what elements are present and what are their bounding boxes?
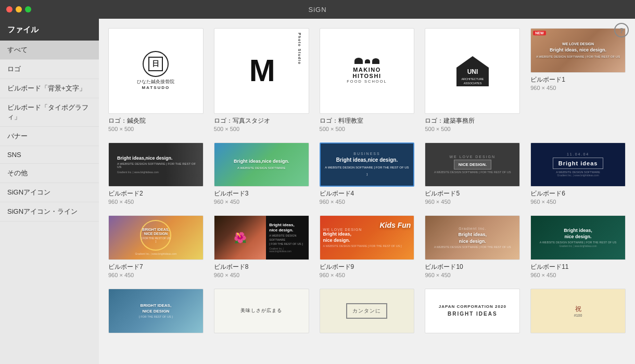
bb10-text: Bright ideas,nice design. [459,231,487,244]
logo1-name: ひなた鍼灸接骨院MATSUDO [137,79,174,91]
bottom5-sub: #100 [574,314,582,317]
window-controls [6,6,31,12]
thumb-bottom3: カンタンに [320,289,415,333]
logo1-kanji: 日 [148,57,163,71]
bb9-text: Bright ideas,nice design. [323,231,352,243]
sidebar-item-other[interactable]: その他 [0,164,99,183]
bb9-label: WE LOVE DESIGN [323,228,362,231]
thumb-bottom5: 祝 #100 [530,289,626,333]
content-area: ? 日 ひなた鍼灸接骨院MATSUDO ロゴ：鍼灸院 500 × 500 [99,19,635,364]
logo1-circle-icon: 日 [143,51,169,77]
bb5-text: NICE DESIGN. [459,162,487,167]
item-label-logo2: ロゴ：写真スタジオ [214,116,309,125]
bb6-text: Bright ideas [558,160,598,166]
template-grid: 日 ひなた鍼灸接骨院MATSUDO ロゴ：鍼灸院 500 × 500 M Pho… [108,28,626,333]
bottom1-text: BRIGHT IDEAS,NICE DESIGN [141,303,172,314]
sidebar-item-logo[interactable]: ロゴ [0,60,99,79]
item-label-bb6: ビルボード6 [530,189,626,198]
item-size-bb7: 960 × 450 [108,272,204,278]
bb6-date: 11.04.04 [567,152,589,156]
grid-item-bottom1[interactable]: BRIGHT IDEAS,NICE DESIGN [ FOR THE REST … [108,289,204,333]
bb8-url: Gradient Inc. | www.brightideas.com [269,248,305,253]
sidebar-item-banner[interactable]: バナー [0,127,99,146]
grid-item-bb2[interactable]: Bright ideas,nice design. A WEBSITE DESI… [108,142,204,205]
bb6-bordered-text: Bright ideas [553,158,604,169]
maximize-button[interactable] [25,6,31,12]
bb7-sub: [ FOR THE REST OF US ] [141,237,170,243]
bb11-url: Gradient Inc. | www.brightideas.com [560,245,597,248]
item-size-bb3: 960 × 450 [214,199,309,205]
sidebar-item-billboard-bg[interactable]: ビルボード「背景+文字」 [0,79,99,98]
bb10-label: Gradient Inc. [459,227,486,230]
grid-item-bottom2[interactable]: 美味しさが広まる [214,289,309,333]
grid-item-logo2[interactable]: M Photo Studio ロゴ：写真スタジオ 500 × 500 [214,28,309,132]
sidebar-item-sign-icon-line[interactable]: SiGNアイコン・ライン [0,202,99,222]
grid-item-bb1[interactable]: NEW WE LOVE DESIGNBright ideas, nice des… [530,28,626,132]
bb9-sub: A WEBSITE DESIGN SOFTWARE [ FOR THE REST… [323,244,402,248]
grid-item-bottom4[interactable]: JAPAN CORPORATION 2020BRIGHT IDEAS [425,289,520,333]
app-title: SiGN [308,6,326,14]
grid-item-bb5[interactable]: WE LOVE DESIGN NICE DESIGN. A WEBSITE DE… [425,142,520,205]
item-size-bb6: 960 × 450 [530,199,626,205]
new-badge: NEW [533,31,545,35]
logo2-letter-m: M [249,55,274,86]
grid-item-bottom5[interactable]: 祝 #100 [530,289,626,333]
grid-item-bottom3[interactable]: カンタンに [320,289,415,333]
item-size-bb2: 960 × 450 [108,199,204,205]
grid-item-bb8[interactable]: 🌺 Bright ideas,nice design. A WEBSITE DE… [214,215,309,278]
help-button[interactable]: ? [614,23,629,37]
bird3 [372,58,379,64]
thumb-logo2: M Photo Studio [214,28,309,114]
svg-text:ARCHITECTURE: ARCHITECTURE [461,77,484,81]
bb5-label: WE LOVE DESIGN [449,155,496,159]
grid-item-bb3[interactable]: Bright ideas,nice design.A WEBSITE DESIG… [214,142,309,205]
item-size-bb1: 960 × 450 [530,85,626,91]
thumb-bb9: WE LOVE DESIGN Bright ideas,nice design.… [320,215,415,260]
grid-item-bb4[interactable]: BUSINESS Bright ideas,nice design.A WEBS… [320,142,415,205]
thumb-bb7: BRIGHT IDEAS,NICE DESIGN [ FOR THE REST … [108,215,204,260]
sidebar-item-sns[interactable]: SNS [0,146,99,164]
close-button[interactable] [6,6,12,12]
item-size-bb9: 960 × 450 [320,272,415,278]
grid-item-logo3[interactable]: MAKINOHITOSHI FOOD SCHOOL ロゴ：料理教室 500 × … [320,28,415,132]
minimize-button[interactable] [16,6,22,12]
thumb-bottom1: BRIGHT IDEAS,NICE DESIGN [ FOR THE REST … [108,289,204,333]
sidebar-item-all[interactable]: すべて [0,41,99,60]
item-size-bb5: 960 × 450 [425,199,520,205]
grid-item-bb10[interactable]: Gradient Inc. Bright ideas,nice design. … [425,215,520,278]
thumb-bb5: WE LOVE DESIGN NICE DESIGN. A WEBSITE DE… [425,142,520,187]
grid-item-bb9[interactable]: WE LOVE DESIGN Bright ideas,nice design.… [320,215,415,278]
item-label-logo1: ロゴ：鍼灸院 [108,116,204,125]
bb7-circle: BRIGHT IDEAS,NICE DESIGN [ FOR THE REST … [140,220,171,251]
bottom1-sub: [ FOR THE REST OF US ] [139,315,173,318]
thumb-logo1: 日 ひなた鍼灸接骨院MATSUDO [108,28,204,114]
item-label-bb2: ビルボード2 [108,189,204,198]
logo3-birds-row [354,58,379,64]
sidebar-item-sign-icon[interactable]: SiGNアイコン [0,183,99,202]
grid-item-bb7[interactable]: BRIGHT IDEAS,NICE DESIGN [ FOR THE REST … [108,215,204,278]
item-size-logo1: 500 × 500 [108,126,204,132]
grid-item-logo4[interactable]: UNI ARCHITECTURE ASSOCIATES ロゴ：建築事務所 500… [425,28,520,132]
bb5-box: NICE DESIGN. [454,160,491,170]
thumb-bottom2: 美味しさが広まる [214,289,309,333]
svg-text:ASSOCIATES: ASSOCIATES [463,82,481,85]
item-size-logo2: 500 × 500 [214,126,309,132]
thumb-bb1: NEW WE LOVE DESIGNBright ideas, nice des… [530,28,626,73]
thumb-bb8: 🌺 Bright ideas,nice design. A WEBSITE DE… [214,215,309,260]
thumb-bb3: Bright ideas,nice design.A WEBSITE DESIG… [214,142,309,187]
bb8-text-right: Bright ideas,nice design. A WEBSITE DESI… [266,216,308,259]
item-label-bb11: ビルボード11 [530,263,626,271]
logo4-house-shape: UNI ARCHITECTURE ASSOCIATES [454,54,491,88]
bb4-text: Bright ideas,nice design.A WEBSITE DESIG… [325,157,410,177]
bb5-subtitle: A WEBSITE DESIGN SOFTWARE | FOR THE REST… [434,171,511,174]
bb7-url: Gradient Inc. | www.brightideas.com [135,252,176,255]
bb6-url: Gradient Inc. | www.brightideas.com [557,174,599,177]
thumb-bb10: Gradient Inc. Bright ideas,nice design. … [425,215,520,260]
grid-item-bb6[interactable]: 11.04.04 Bright ideas A WEBSITE DESIGN S… [530,142,626,205]
bottom5-nengajo: 祝 [575,305,581,314]
bb8-text: Bright ideas,nice design. [269,223,294,233]
bottom3-bordered: カンタンに [346,303,387,319]
grid-item-logo1[interactable]: 日 ひなた鍼灸接骨院MATSUDO ロゴ：鍼灸院 500 × 500 [108,28,204,132]
grid-item-bb11[interactable]: Bright ideas,nice design. A WEBSITE DESI… [530,215,626,278]
sidebar-item-billboard-typo[interactable]: ビルボード「タイポグラフィ」 [0,98,99,127]
